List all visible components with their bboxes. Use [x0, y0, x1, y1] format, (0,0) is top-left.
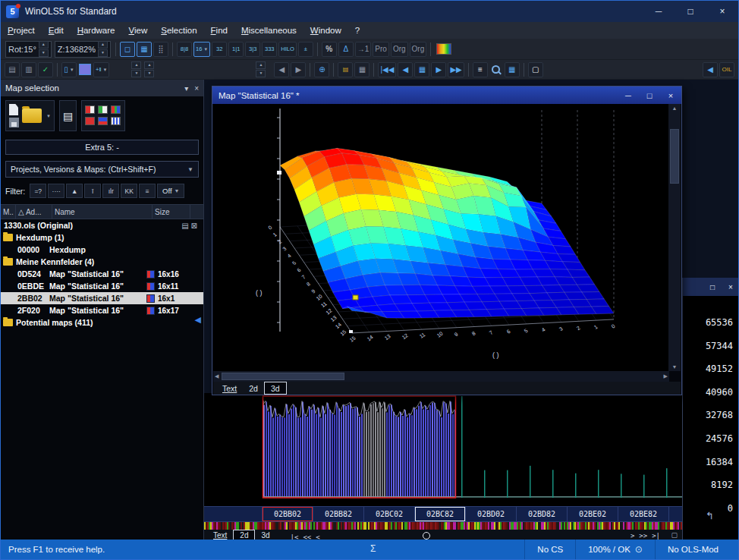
add-column-icon[interactable]: +‖▼ — [93, 62, 109, 77]
tree-row-2f020[interactable]: 2F020Map "Statistical 16"16x17 — [1, 304, 203, 316]
panel-menu-icon[interactable]: ▾ — [184, 84, 188, 93]
column-mode-icon[interactable]: ▯▼ — [61, 62, 77, 77]
bytes-16-icon-dropdown-icon[interactable]: ▼ — [203, 47, 208, 52]
fill-color-icon[interactable] — [79, 64, 91, 75]
oil-icon[interactable]: OIL — [719, 62, 734, 77]
vertical-scrollbar[interactable]: ▲ ▼ — [668, 104, 681, 371]
map-list-icon[interactable]: ≡ — [473, 62, 488, 77]
zoom-spin-icon[interactable]: ▲▼ — [98, 41, 108, 57]
colormap-icon[interactable] — [436, 43, 451, 55]
close-icon[interactable]: × — [722, 278, 739, 296]
close-box-icon[interactable]: ⊠ — [191, 222, 197, 230]
filter-toggle-1[interactable]: =? — [30, 184, 46, 198]
column-mode-icon-dropdown-icon[interactable]: ▼ — [70, 68, 74, 72]
globe-icon[interactable]: ⊕ — [314, 62, 329, 77]
address-cell-02bd02[interactable]: 02BD02 — [466, 507, 517, 521]
scroll-up-icon[interactable]: ▲ — [672, 105, 678, 111]
hilo-icon[interactable]: HILO — [278, 42, 297, 57]
org-grid-icon[interactable]: Org — [410, 42, 427, 57]
open-project-icon-dropdown-icon[interactable]: ▼ — [46, 114, 51, 118]
scroll-right-icon[interactable]: ▶ — [664, 373, 668, 379]
last-map-icon[interactable]: ▶▶ — [448, 62, 464, 77]
map-pattern-icon[interactable] — [111, 117, 121, 125]
tree-row-potential[interactable]: Potential maps (411) — [1, 316, 203, 329]
scroll-down-icon[interactable]: ▼ — [672, 364, 678, 370]
map-split-icon[interactable] — [98, 117, 108, 125]
maximize-icon[interactable]: □ — [675, 1, 706, 22]
new-project-icon[interactable] — [9, 104, 18, 115]
address-cell-02bd82[interactable]: 02BD82 — [517, 507, 568, 521]
filter-toggle-7[interactable]: ≡ — [139, 184, 156, 198]
cols-3-icon[interactable]: 3|3 — [245, 42, 260, 57]
zoom-stepper[interactable]: Z:13682% ▲▼ — [55, 41, 111, 58]
detach-window-icon[interactable]: ▢ — [671, 531, 678, 539]
col-count-spinner[interactable]: ▲▼ — [144, 61, 154, 77]
panel-close-icon[interactable]: × — [194, 84, 199, 93]
next-map-icon[interactable]: ▶ — [431, 62, 446, 77]
bytes-32-icon[interactable]: 32 — [212, 42, 227, 57]
close-icon[interactable]: × — [706, 1, 738, 22]
maximize-icon[interactable]: □ — [639, 87, 660, 104]
scrollbar-thumb[interactable] — [222, 373, 344, 380]
cols-333-icon[interactable]: 333 — [262, 42, 277, 57]
column-header-name[interactable]: Name — [52, 205, 153, 219]
menu-item-window[interactable]: Window — [303, 26, 348, 35]
row-count-spinner[interactable]: ▲▼ — [131, 61, 141, 77]
grid-view-icon[interactable]: ▦ — [137, 42, 152, 57]
filter-toggle-4[interactable]: ī — [84, 184, 101, 198]
menu-item-hardware[interactable]: Hardware — [71, 26, 122, 35]
position-slider-handle[interactable] — [423, 532, 430, 540]
tree-row-hexdump[interactable]: Hexdump (1) — [1, 231, 203, 244]
horizontal-scrollbar[interactable]: ◀ ▶ — [213, 371, 669, 382]
address-cell-02be82[interactable]: 02BE82 — [618, 507, 669, 521]
filter-off-dropdown[interactable]: Off ▼ — [157, 184, 184, 198]
map-new-icon[interactable] — [85, 105, 95, 114]
dock-arrow-icon[interactable]: ◀ — [703, 62, 718, 77]
column-header-size[interactable]: Size — [153, 205, 190, 219]
surface-3d-plot[interactable]: 1514131211109876543210012345678910111213… — [213, 104, 668, 371]
address-cell-02bc02[interactable]: 02BC02 — [364, 507, 415, 521]
map-table-icon[interactable]: ▦ — [414, 62, 429, 77]
tree-row-00000[interactable]: 00000Hexdump — [1, 244, 203, 256]
tree-row-2bb02[interactable]: 2BB02Map "Statistical 16"16x1 — [1, 292, 203, 304]
menu-item-edit[interactable]: Edit — [42, 26, 71, 35]
address-cell-02bb82[interactable]: 02BB82 — [313, 507, 364, 521]
sign-icon[interactable]: ± — [298, 42, 313, 57]
maximize-icon[interactable]: □ — [703, 278, 722, 296]
nav-right-3[interactable]: >| — [649, 532, 662, 540]
panel-collapse-arrow-icon[interactable]: ◀ — [195, 315, 201, 325]
address-cell-02be02[interactable]: 02BE02 — [568, 507, 618, 521]
close-icon[interactable]: × — [660, 87, 681, 104]
map-delete-icon[interactable] — [85, 117, 95, 125]
tree-row-0d524[interactable]: 0D524Map "Statistical 16"16x16 — [1, 268, 203, 280]
bytes-16-icon[interactable]: 16▼ — [193, 42, 210, 57]
hex-window-icon[interactable]: ▦ — [354, 62, 370, 77]
menu-item-find[interactable]: Find — [204, 26, 234, 35]
menu-item-help[interactable]: ? — [348, 26, 366, 35]
cols-1-icon[interactable]: 1|1 — [228, 42, 244, 57]
tree-row-1330ols[interactable]: 1330.ols (Original)▤⊠ — [1, 219, 203, 231]
search-maps-icon[interactable] — [491, 64, 502, 75]
grid-view-icon[interactable]: ▤ — [181, 222, 188, 230]
menu-item-selection[interactable]: Selection — [154, 26, 203, 35]
column-header-m[interactable]: M.. — [1, 205, 16, 219]
menu-item-view[interactable]: View — [122, 26, 155, 35]
project-window-icon[interactable]: ▢ — [528, 62, 543, 77]
minimize-icon[interactable]: ─ — [643, 1, 675, 22]
filter-toggle-2[interactable]: ···· — [48, 184, 64, 198]
add-column-icon-dropdown-icon[interactable]: ▼ — [102, 68, 107, 72]
tree-row-0ebde[interactable]: 0EBDEMap "Statistical 16"16x11 — [1, 280, 203, 292]
next-diff-icon[interactable]: ▶ — [291, 62, 306, 77]
rotation-stepper[interactable]: Rot:15° ▲▼ — [5, 41, 52, 58]
filter-toggle-6[interactable]: KK — [121, 184, 137, 198]
map-import-icon[interactable] — [98, 105, 108, 114]
pro-icon[interactable]: Pro — [373, 42, 389, 57]
nav-right-2[interactable]: >> — [637, 532, 649, 540]
hexdump-2d-view[interactable] — [204, 393, 682, 506]
offset-spinner[interactable]: ▲▼ — [256, 61, 266, 77]
address-cell-02bc82[interactable]: 02BC82 — [415, 507, 466, 521]
scrollbar-thumb[interactable] — [670, 129, 679, 184]
copy-version-icon[interactable]: ▥ — [21, 62, 36, 77]
percent-icon[interactable]: % — [322, 42, 337, 57]
tree-row-meine[interactable]: Meine Kennfelder (4) — [1, 256, 203, 268]
